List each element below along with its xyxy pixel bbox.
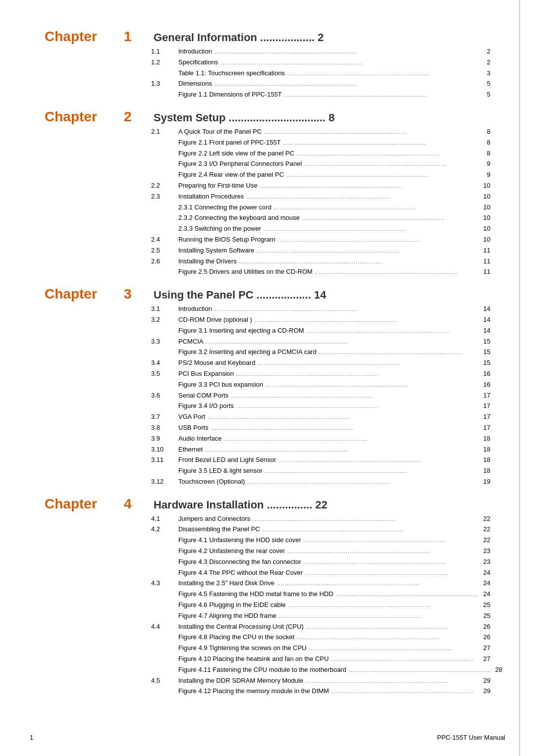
entry-text-2-4: Figure 3.2 Inserting and ejecting a PCMC… xyxy=(178,347,490,357)
entry-textstr-0-0: Introduction xyxy=(178,47,212,57)
entry-textstr-3-10: Installing the Central Processing Unit (… xyxy=(178,622,304,632)
entry-page-1-1: 8 xyxy=(481,138,490,148)
entry-dots-1-13: ........................................… xyxy=(314,268,480,277)
entry-text-3-12: Figure 4.9 Tightening the screws on the … xyxy=(178,643,490,654)
entry-sec-2-0: 3.1 xyxy=(151,304,178,314)
entry-page-3-9: 25 xyxy=(481,611,490,621)
entry-textstr-3-13: Figure 4.10 Placing the heatsink and fan… xyxy=(178,654,329,664)
chapter-2-num: 2 xyxy=(124,109,154,125)
toc-entry-3-13: Figure 4.10 Placing the heatsink and fan… xyxy=(151,654,490,664)
entry-textstr-2-5: PS/2 Mouse and Keyboard xyxy=(178,358,255,368)
toc-entry-3-9: Figure 4.7 Aligning the HDD frame.......… xyxy=(151,611,490,621)
entry-text-3-14: Figure 4.11 Fastening the CPU module to … xyxy=(178,665,502,675)
entry-text-1-7: 2.3.1 Connecting the power cord.........… xyxy=(178,202,490,213)
entry-text-3-15: Installing the DDR SDRAM Memory Module..… xyxy=(178,676,490,686)
entry-text-1-8: 2.3.2 Connecting the keyboard and mouse.… xyxy=(178,213,490,223)
toc-entry-2-1: 3.2CD-ROM Drive (optional ).............… xyxy=(151,315,490,325)
entry-textstr-3-12: Figure 4.9 Tightening the screws on the … xyxy=(178,643,307,654)
entry-text-1-13: Figure 2.5 Drivers and Utilities on the … xyxy=(178,267,490,277)
chapter-1-entries: 1.1Introduction.........................… xyxy=(151,47,490,100)
entry-textstr-2-10: VGA Port xyxy=(178,412,205,422)
chapter-2-row: Chapter2System Setup ...................… xyxy=(45,109,490,125)
entry-textstr-1-3: Figure 2.3 I/O Peripheral Connectors Pan… xyxy=(178,159,302,169)
entry-text-3-1: Disassembling the Panel PC..............… xyxy=(178,524,490,535)
chapter-4-label: Chapter xyxy=(45,496,124,512)
entry-page-1-10: 10 xyxy=(481,235,490,245)
entry-page-1-5: 10 xyxy=(481,181,490,191)
entry-sec-2-6: 3.5 xyxy=(151,369,178,379)
footer-product: PPC-155T User Manual xyxy=(437,734,505,741)
entry-dots-2-3: ........................................… xyxy=(205,338,480,347)
entry-dots-1-10: ........................................… xyxy=(276,236,480,245)
entry-page-0-3: 5 xyxy=(481,79,490,89)
entry-page-2-10: 17 xyxy=(481,412,490,422)
entry-dots-1-3: ........................................… xyxy=(303,160,480,169)
entry-textstr-2-9: Figure 3.4 I/O ports xyxy=(178,401,234,411)
entry-dots-2-10: ........................................… xyxy=(206,413,480,422)
toc-entry-3-1: 4.2Disassembling the Panel PC...........… xyxy=(151,524,490,535)
entry-dots-3-2: ........................................… xyxy=(302,536,480,545)
chapter-1-label: Chapter xyxy=(45,29,124,45)
entry-dots-2-8: ........................................… xyxy=(229,392,480,401)
entry-dots-0-4: ........................................… xyxy=(283,91,480,100)
entry-text-0-4: Figure 1.1 Dimensions of PPC-155T.......… xyxy=(178,90,490,100)
toc-entry-1-6: 2.3Installation Procedures..............… xyxy=(151,192,490,202)
entry-textstr-2-7: Figure 3.3 PCI bus expansion xyxy=(178,380,263,390)
entry-page-0-1: 2 xyxy=(481,57,490,68)
entry-textstr-1-8: 2.3.2 Connecting the keyboard and mouse xyxy=(178,213,300,223)
entry-page-2-9: 17 xyxy=(481,401,490,411)
entry-dots-3-16: ........................................… xyxy=(330,687,480,696)
entry-page-3-0: 22 xyxy=(481,514,490,524)
entry-text-2-15: Figure 3.5 LED & light sensor...........… xyxy=(178,466,490,476)
entry-page-2-0: 14 xyxy=(481,304,490,314)
entry-textstr-3-9: Figure 4.7 Aligning the HDD frame xyxy=(178,611,276,621)
entry-dots-2-2: ........................................… xyxy=(305,327,480,336)
chapter-1-row: Chapter1General Information ............… xyxy=(45,29,490,45)
entry-text-1-1: Figure 2.1 Front panel of PPC-155T......… xyxy=(178,138,490,148)
entry-dots-1-5: ........................................… xyxy=(259,182,480,191)
entry-dots-3-14: ........................................… xyxy=(347,666,491,675)
toc-entry-2-8: 3.6Serial COM Ports.....................… xyxy=(151,391,490,401)
entry-dots-3-15: ........................................… xyxy=(304,677,480,686)
entry-text-1-10: Running the BIOS Setup Program..........… xyxy=(178,235,490,245)
entry-dots-2-0: ........................................… xyxy=(213,305,480,314)
entry-sec-3-15: 4.5 xyxy=(151,676,178,686)
entry-dots-2-4: ........................................… xyxy=(318,348,480,357)
toc-entry-2-9: Figure 3.4 I/O ports....................… xyxy=(151,401,490,411)
entry-text-2-13: Ethernet................................… xyxy=(178,445,490,455)
entry-page-2-16: 19 xyxy=(481,477,490,487)
entry-dots-2-13: ........................................… xyxy=(204,446,480,454)
entry-textstr-1-1: Figure 2.1 Front panel of PPC-155T xyxy=(178,138,281,148)
chapter-3-num: 3 xyxy=(124,286,154,302)
entry-textstr-3-6: Installing the 2.5" Hard Disk Drive xyxy=(178,578,274,589)
entry-text-2-2: Figure 3.1 Inserting and ejecting a CD-R… xyxy=(178,326,490,336)
entry-dots-2-16: ........................................… xyxy=(246,478,480,487)
entry-page-0-4: 5 xyxy=(481,90,490,100)
entry-dots-1-12: ........................................… xyxy=(238,257,480,266)
entry-dots-2-11: ........................................… xyxy=(210,424,480,433)
entry-dots-2-14: ........................................… xyxy=(277,456,480,465)
entry-dots-3-6: ........................................… xyxy=(275,579,480,588)
toc-entry-0-1: 1.2Specifications.......................… xyxy=(151,57,490,68)
page-footer: 1 PPC-155T User Manual xyxy=(0,734,535,741)
entry-dots-3-7: ........................................… xyxy=(334,590,480,599)
toc-entry-2-12: 3.9Audio Interface......................… xyxy=(151,434,490,444)
entry-text-3-2: Figure 4.1 Unfastening the HDD side cove… xyxy=(178,535,490,546)
entry-textstr-2-6: PCI Bus Expansion xyxy=(178,369,234,379)
entry-textstr-3-15: Installing the DDR SDRAM Memory Module xyxy=(178,676,303,686)
entry-text-2-1: CD-ROM Drive (optional )................… xyxy=(178,315,490,325)
entry-dots-0-2: ........................................… xyxy=(286,69,480,78)
entry-sec-0-3: 1.3 xyxy=(151,79,178,89)
entry-page-2-14: 18 xyxy=(481,455,490,465)
entry-dots-3-12: ........................................… xyxy=(308,644,480,653)
toc-entry-0-4: Figure 1.1 Dimensions of PPC-155T.......… xyxy=(151,90,490,100)
entry-page-3-16: 29 xyxy=(481,686,490,697)
toc-entry-2-4: Figure 3.2 Inserting and ejecting a PCMC… xyxy=(151,347,490,357)
entry-dots-1-9: ........................................… xyxy=(262,225,480,234)
entry-textstr-1-9: 2.3.3 Switching on the power xyxy=(178,224,261,234)
entry-text-3-5: Figure 4.4 The PPC without the Rear Cove… xyxy=(178,568,490,578)
entry-text-2-3: PCMCIA..................................… xyxy=(178,337,490,347)
chapter-3-row: Chapter3Using the Panel PC .............… xyxy=(45,286,490,302)
entry-textstr-2-3: PCMCIA xyxy=(178,337,204,347)
entry-textstr-2-13: Ethernet xyxy=(178,445,203,455)
